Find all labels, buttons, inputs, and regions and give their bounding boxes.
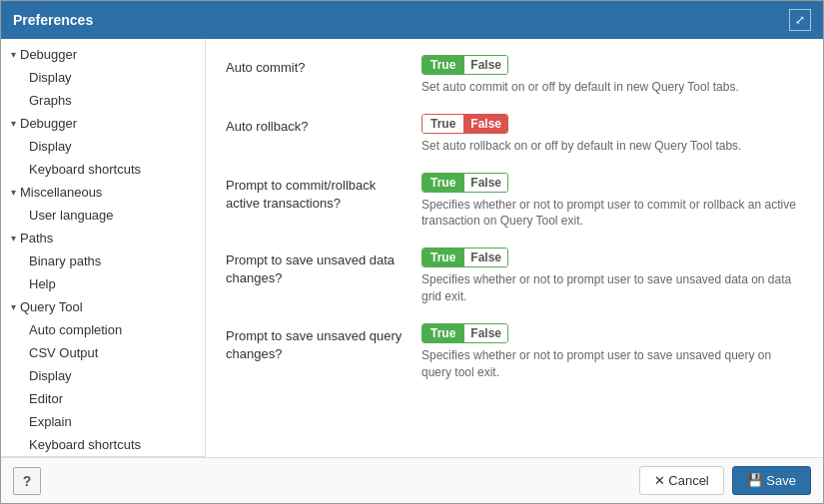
pref-desc-auto-commit: Set auto commit on or off by default in … (421, 79, 803, 96)
sidebar-label: Query Tool (20, 299, 83, 314)
sidebar-label: Explain (29, 414, 72, 429)
sidebar-label: Help (29, 276, 56, 291)
sidebar-item-explain[interactable]: Explain (1, 410, 205, 433)
expand-button[interactable]: ⤢ (789, 9, 811, 31)
chevron-icon: ▾ (11, 233, 16, 244)
pref-label-prompt-query: Prompt to save unsaved query changes? (226, 323, 406, 363)
toggle-true-label[interactable]: True (422, 249, 463, 266)
pref-right-prompt-data: True False Specifies whether or not to p… (421, 248, 803, 305)
chevron-icon: ▾ (11, 301, 16, 312)
pref-desc-prompt-commit: Specifies whether or not to prompt user … (421, 197, 803, 231)
pref-label-prompt-data: Prompt to save unsaved data changes? (226, 248, 406, 287)
sidebar-item-debugger2[interactable]: ▾ Debugger (1, 112, 205, 135)
main-panel: Auto commit? True False Set auto commit … (206, 39, 823, 457)
sidebar-label: Debugger (20, 116, 77, 131)
sidebar-item-editor[interactable]: Editor (1, 387, 205, 410)
sidebar-label: User language (29, 208, 114, 223)
chevron-icon: ▾ (11, 118, 16, 129)
sidebar-item-miscellaneous[interactable]: ▾ Miscellaneous (1, 181, 205, 204)
pref-right-prompt-query: True False Specifies whether or not to p… (421, 323, 803, 381)
toggle-prompt-data[interactable]: True False (421, 248, 508, 267)
sidebar-label: Keyboard shortcuts (29, 437, 141, 452)
sidebar-item-display1[interactable]: Display (1, 66, 205, 89)
toggle-false-label[interactable]: False (463, 174, 507, 192)
window-title: Preferences (13, 12, 93, 28)
sidebar-label: Auto completion (29, 322, 122, 337)
toggle-false-label[interactable]: False (464, 115, 507, 133)
pref-right-auto-commit: True False Set auto commit on or off by … (421, 55, 803, 96)
pref-right-auto-rollback: True False Set auto rollback on or off b… (421, 114, 803, 155)
toggle-true-label[interactable]: True (422, 56, 463, 74)
toggle-auto-rollback[interactable]: True False (421, 114, 508, 134)
save-button[interactable]: 💾 Save (732, 466, 811, 495)
sidebar-item-csv-output[interactable]: CSV Output (1, 341, 205, 364)
pref-right-prompt-commit: True False Specifies whether or not to p… (421, 173, 803, 231)
toggle-prompt-commit[interactable]: True False (421, 173, 508, 193)
sidebar-item-debugger-top[interactable]: ▾ Debugger (1, 43, 205, 66)
sidebar-label: Display (29, 368, 72, 383)
sidebar-label: Display (29, 70, 72, 85)
pref-row-prompt-data: Prompt to save unsaved data changes? Tru… (226, 248, 803, 305)
sidebar-item-keyboard2[interactable]: Keyboard shortcuts (1, 433, 205, 456)
chevron-icon: ▾ (11, 187, 16, 198)
sidebar-item-display2[interactable]: Display (1, 135, 205, 158)
content-area: ▾ Debugger Display Graphs ▾ Debugger Dis… (1, 39, 823, 457)
sidebar-label: Editor (29, 391, 63, 406)
pref-desc-prompt-data: Specifies whether or not to prompt user … (421, 271, 803, 305)
sidebar-item-graphs[interactable]: Graphs (1, 89, 205, 112)
help-button[interactable]: ? (13, 467, 41, 495)
sidebar: ▾ Debugger Display Graphs ▾ Debugger Dis… (1, 39, 206, 457)
pref-row-prompt-commit: Prompt to commit/rollback active transac… (226, 173, 803, 231)
sidebar-item-keyboard1[interactable]: Keyboard shortcuts (1, 158, 205, 181)
pref-row-auto-commit: Auto commit? True False Set auto commit … (226, 55, 803, 96)
footer-buttons: ✕ Cancel 💾 Save (639, 466, 811, 495)
sidebar-label: Binary paths (29, 253, 101, 268)
toggle-true-label[interactable]: True (422, 324, 463, 342)
sidebar-label: CSV Output (29, 345, 98, 360)
sidebar-item-binary-paths[interactable]: Binary paths (1, 250, 205, 272)
pref-label-prompt-commit: Prompt to commit/rollback active transac… (226, 173, 406, 213)
sidebar-label: Debugger (20, 47, 77, 62)
toggle-true-label[interactable]: True (422, 174, 463, 192)
toggle-auto-commit[interactable]: True False (421, 55, 508, 75)
sidebar-label: Miscellaneous (20, 185, 102, 200)
pref-desc-prompt-query: Specifies whether or not to prompt user … (421, 347, 803, 381)
chevron-icon: ▾ (11, 49, 16, 60)
sidebar-item-auto-completion[interactable]: Auto completion (1, 318, 205, 341)
pref-row-auto-rollback: Auto rollback? True False Set auto rollb… (226, 114, 803, 155)
sidebar-item-paths[interactable]: ▾ Paths (1, 227, 205, 250)
toggle-true-label[interactable]: True (422, 115, 464, 133)
preferences-window: Preferences ⤢ ▾ Debugger Display Graphs … (0, 0, 824, 504)
sidebar-item-display3[interactable]: Display (1, 364, 205, 387)
cancel-button[interactable]: ✕ Cancel (639, 466, 724, 495)
sidebar-item-user-language[interactable]: User language (1, 204, 205, 227)
pref-desc-auto-rollback: Set auto rollback on or off by default i… (421, 138, 803, 155)
toggle-prompt-query[interactable]: True False (421, 323, 508, 343)
pref-label-auto-rollback: Auto rollback? (226, 114, 406, 136)
sidebar-item-query-tool[interactable]: ▾ Query Tool (1, 295, 205, 318)
sidebar-label: Graphs (29, 93, 72, 108)
sidebar-label: Display (29, 139, 72, 154)
pref-row-prompt-query: Prompt to save unsaved query changes? Tr… (226, 323, 803, 381)
sidebar-item-help[interactable]: Help (1, 272, 205, 295)
sidebar-label: Keyboard shortcuts (29, 162, 141, 177)
footer: ? ✕ Cancel 💾 Save (1, 457, 823, 503)
toggle-false-label[interactable]: False (463, 324, 507, 342)
toggle-false-label[interactable]: False (463, 56, 507, 74)
sidebar-label: Paths (20, 231, 53, 246)
pref-label-auto-commit: Auto commit? (226, 55, 406, 77)
toggle-false-label[interactable]: False (463, 249, 507, 266)
titlebar: Preferences ⤢ (1, 1, 823, 39)
